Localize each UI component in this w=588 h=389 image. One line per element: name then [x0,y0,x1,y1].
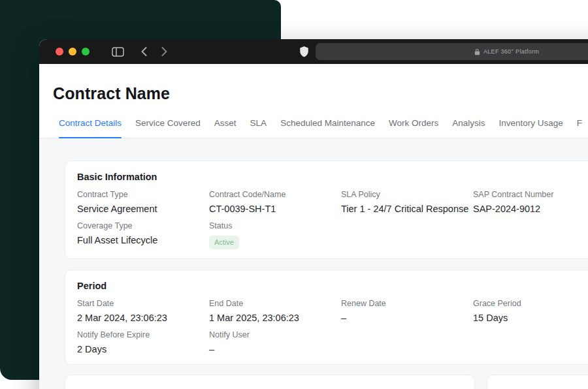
window-controls [56,48,90,55]
tab-analysis[interactable]: Analysis [452,117,485,138]
shield-icon[interactable] [299,46,309,57]
partial-card-left [65,375,475,389]
card-title: Period [77,281,588,291]
tab-asset[interactable]: Asset [214,117,237,138]
field-value: 2 Mar 2024, 23:06:23 [77,312,209,324]
field-label: Contract Code/Name [209,190,341,199]
field-value: SAP-2024-9012 [473,203,588,215]
period-card: Period Start Date 2 Mar 2024, 23:06:23 E… [65,270,588,365]
tab-truncated[interactable]: F [577,117,582,138]
field-value: – [341,312,473,324]
content-area: Basic Information Contract Type Service … [39,138,588,389]
lock-icon [474,48,480,55]
minimize-window-button[interactable] [69,48,76,55]
tab-work-orders[interactable]: Work Orders [389,117,438,138]
field-label: Start Date [77,299,209,308]
field-label: Status [209,221,341,230]
field-sap-contract-number: SAP Contract Number SAP-2024-9012 [473,190,588,215]
field-grace-period: Grace Period 15 Days [473,299,588,324]
status-badge: Active [209,236,239,249]
field-label: Grace Period [473,299,588,308]
field-contract-code-name: Contract Code/Name CT-0039-SH-T1 [209,190,341,215]
partial-cards-row [65,375,588,389]
field-label: SLA Policy [341,190,473,199]
address-bar-text: ALEF 360° Platform [483,48,539,55]
close-window-button[interactable] [56,48,63,55]
field-coverage-type: Coverage Type Full Asset Lifecycle [77,221,209,249]
field-label: End Date [209,299,341,308]
page-title: Contract Name [53,84,588,103]
field-value: 2 Days [77,343,209,355]
field-value: – [209,343,341,355]
field-value: Full Asset Lifecycle [77,234,209,246]
field-value: Service Agreement [77,203,209,215]
tab-scheduled-maintenance[interactable]: Scheduled Maintenance [280,117,375,138]
tab-inventory-usage[interactable]: Inventory Usage [499,117,563,138]
period-grid: Start Date 2 Mar 2024, 23:06:23 End Date… [77,299,588,355]
field-value: 1 Mar 2025, 23:06:23 [209,312,341,324]
field-start-date: Start Date 2 Mar 2024, 23:06:23 [77,299,209,324]
zoom-window-button[interactable] [82,48,90,55]
field-end-date: End Date 1 Mar 2025, 23:06:23 [209,299,341,324]
browser-window: ALEF 360° Platform Contract Name Contrac… [39,39,588,389]
field-value: Tier 1 - 24/7 Critical Response [341,203,470,215]
contract-page: Contract Name Contract Details Service C… [39,64,588,389]
field-sla-policy: SLA Policy Tier 1 - 24/7 Critical Respon… [341,190,473,215]
tab-bar: Contract Details Service Covered Asset S… [39,117,588,138]
browser-titlebar: ALEF 360° Platform [39,39,588,64]
field-notify-user: Notify User – [209,330,341,355]
field-value: 15 Days [473,312,588,324]
tab-contract-details[interactable]: Contract Details [59,117,122,138]
sidebar-toggle-icon[interactable] [112,47,124,57]
field-label: Notify User [209,330,341,339]
basic-information-card: Basic Information Contract Type Service … [65,161,588,259]
field-label: Coverage Type [77,221,209,230]
field-value: CT-0039-SH-T1 [209,203,341,215]
field-renew-date: Renew Date – [341,299,473,324]
field-label: Notify Before Expire [77,330,209,339]
basic-information-grid: Contract Type Service Agreement Contract… [77,190,588,249]
tab-service-covered[interactable]: Service Covered [135,117,201,138]
field-status: Status Active [209,221,341,249]
field-label: Renew Date [341,299,473,308]
tab-sla[interactable]: SLA [250,117,267,138]
field-contract-type: Contract Type Service Agreement [77,190,209,215]
field-notify-before-expire: Notify Before Expire 2 Days [77,330,209,355]
field-label: SAP Contract Number [473,190,588,199]
page-header: Contract Name Contract Details Service C… [39,64,588,138]
card-title: Basic Information [77,172,588,182]
back-button[interactable] [141,47,147,56]
forward-button[interactable] [161,47,167,56]
partial-card-right [487,375,588,389]
field-label: Contract Type [77,190,209,199]
address-bar[interactable]: ALEF 360° Platform [316,43,588,60]
